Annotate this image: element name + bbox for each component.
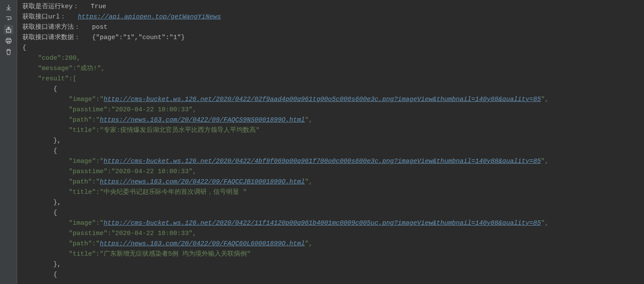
- scroll-down-icon[interactable]: [4, 3, 13, 12]
- delete-icon[interactable]: [4, 47, 13, 57]
- output-line: "title":"专家:疫情爆发后湖北官员水平比西方领导人平均数高": [22, 125, 639, 136]
- output-line: "image":"http://cms-bucket.ws.126.net/20…: [22, 156, 639, 167]
- output-line: },: [22, 260, 639, 270]
- output-line: "title":"中央纪委书记赵乐际今年的首次调研，信号明显 ": [22, 187, 639, 198]
- url-link[interactable]: http://cms-bucket.ws.126.net/2020/0422/0…: [104, 96, 541, 103]
- output-line: "title":"广东新增无症状感染者5例 均为境外输入关联病例": [22, 249, 639, 260]
- output-line: {: [22, 146, 639, 156]
- output-line: "code":200,: [22, 53, 639, 64]
- output-line: "path":"https://news.163.com/20/0422/09/…: [22, 177, 639, 187]
- output-line: "result":[: [22, 74, 639, 84]
- console-output: 获取是否运行key： True获取接口url： https://api.apio…: [17, 0, 644, 284]
- output-line: 获取是否运行key： True: [22, 2, 639, 12]
- url-link[interactable]: https://news.163.com/20/0422/09/FAQCCJB1…: [100, 178, 305, 186]
- output-line: "path":"https://news.163.com/20/0422/09/…: [22, 115, 639, 125]
- export-icon[interactable]: [4, 25, 13, 34]
- output-line: "image":"http://cms-bucket.ws.126.net/20…: [22, 218, 639, 229]
- output-line: {: [22, 84, 639, 95]
- output-line: {: [22, 43, 639, 53]
- output-line: 获取接口url： https://api.apiopen.top/getWang…: [22, 12, 639, 22]
- output-line: "passtime":"2020-04-22 10:00:33",: [22, 105, 639, 115]
- url-link[interactable]: http://cms-bucket.ws.126.net/2020/0422/1…: [104, 220, 541, 227]
- url-link[interactable]: https://news.163.com/20/0422/09/FAQCS9NS…: [100, 116, 305, 124]
- wrap-icon[interactable]: [4, 14, 13, 23]
- output-line: "passtime":"2020-04-22 10:00:33",: [22, 229, 639, 239]
- output-line: },: [22, 198, 639, 208]
- url-link[interactable]: http://cms-bucket.ws.126.net/2020/0422/4…: [104, 158, 541, 165]
- output-line: "path":"https://news.163.com/20/0422/09/…: [22, 239, 639, 249]
- output-line: "image":"http://cms-bucket.ws.126.net/20…: [22, 95, 639, 105]
- url-link[interactable]: https://news.163.com/20/0422/09/FAQC60L6…: [100, 240, 305, 247]
- gutter-toolbar: [0, 0, 17, 284]
- output-line: 获取接口请求方法： post: [22, 22, 639, 33]
- output-line: {: [22, 270, 639, 280]
- output-line: {: [22, 208, 639, 218]
- url-link[interactable]: https://api.apiopen.top/getWangYiNews: [78, 13, 221, 21]
- output-line: "passtime":"2020-04-22 10:00:33",: [22, 167, 639, 177]
- print-icon[interactable]: [4, 36, 13, 46]
- output-line: 获取接口请求数据： {"page":"1","count":"1"}: [22, 33, 639, 43]
- output-line: "message":"成功!",: [22, 64, 639, 74]
- output-line: },: [22, 136, 639, 146]
- svg-rect-3: [6, 40, 11, 42]
